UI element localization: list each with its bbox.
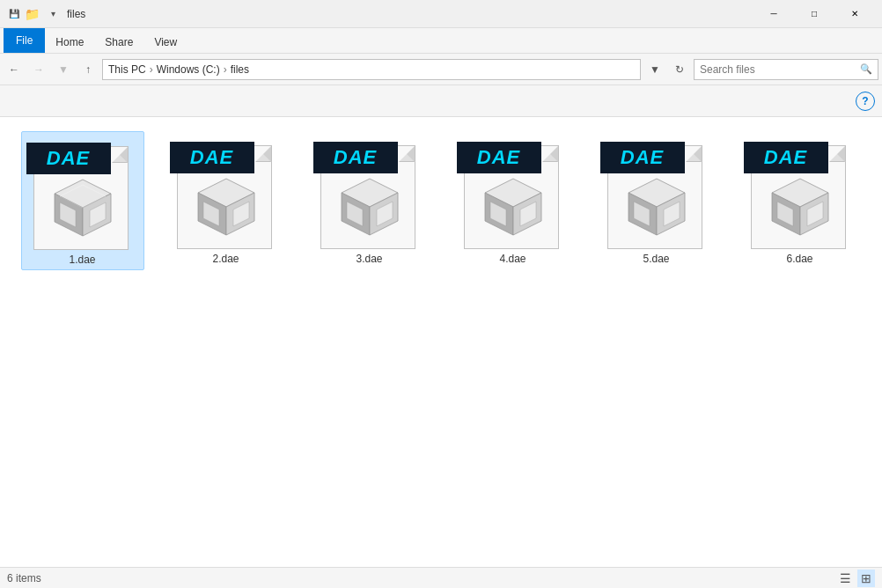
path-segment-files: files: [231, 63, 249, 76]
search-input[interactable]: [700, 63, 856, 76]
folder-icon: 📁: [25, 7, 39, 21]
file-name-3: 3.dae: [356, 253, 382, 265]
page-fold2-1: [112, 147, 128, 163]
dae-text-3: DAE: [334, 146, 377, 169]
page-fold2-5: [686, 146, 702, 162]
dae-icon-1: DAE: [26, 136, 139, 250]
recent-locations-button[interactable]: ▼: [53, 59, 74, 80]
file-item-5[interactable]: DAE 5.dae: [595, 131, 718, 270]
window-title: files: [67, 8, 753, 20]
file-name-4: 4.dae: [499, 253, 526, 265]
refresh-button[interactable]: ↻: [669, 59, 690, 80]
tab-share[interactable]: Share: [94, 32, 143, 53]
help-button[interactable]: ?: [856, 92, 875, 111]
grid-view-button[interactable]: ⊞: [857, 570, 875, 587]
address-path[interactable]: This PC › Windows (C:) › files: [102, 59, 641, 80]
dae-icon-3: DAE: [313, 135, 426, 249]
minimize-button[interactable]: ─: [753, 0, 794, 28]
file-name-1: 1.dae: [69, 254, 95, 266]
forward-button[interactable]: →: [28, 59, 49, 80]
cube-svg-3: [334, 175, 405, 242]
ribbon: File Home Share View: [0, 28, 882, 54]
dae-text-4: DAE: [477, 146, 520, 169]
dae-text-6: DAE: [764, 146, 807, 169]
file-item-1[interactable]: DAE: [21, 131, 144, 270]
address-bar: ← → ▼ ↑ This PC › Windows (C:) › files ▼…: [0, 54, 882, 85]
status-count: 6 items: [7, 572, 41, 584]
dae-text-5: DAE: [621, 146, 664, 169]
cube-svg-4: [478, 175, 548, 242]
search-icon: 🔍: [860, 63, 872, 75]
file-name-6: 6.dae: [786, 253, 812, 265]
dae-icon-5: DAE: [600, 135, 713, 249]
dropdown-arrow-icon: ▾: [46, 7, 60, 21]
page-fold2-6: [829, 146, 845, 162]
dae-text-2: DAE: [190, 146, 233, 169]
view-controls: ☰ ⊞: [836, 570, 875, 587]
file-item-3[interactable]: DAE 3.dae: [308, 131, 431, 270]
ribbon-tabs: File Home Share View: [0, 28, 882, 53]
title-bar: 💾 📁 ▾ files ─ □ ✕: [0, 0, 882, 28]
file-name-2: 2.dae: [212, 253, 239, 265]
dae-label-6: DAE: [744, 142, 828, 173]
file-grid: DAE: [18, 131, 864, 270]
dae-icon-2: DAE: [170, 135, 283, 249]
toolbar-row: ?: [0, 85, 882, 117]
file-name-5: 5.dae: [643, 253, 669, 265]
file-item-4[interactable]: DAE 4.dae: [452, 131, 575, 270]
title-bar-quick-access: 💾 📁 ▾: [7, 7, 60, 21]
main-content: DAE: [0, 117, 882, 567]
cube-svg-1: [48, 176, 118, 243]
dae-label-5: DAE: [600, 142, 685, 173]
tab-view[interactable]: View: [143, 32, 187, 53]
status-bar: 6 items ☰ ⊞: [0, 567, 882, 588]
dae-icon-6: DAE: [744, 135, 856, 249]
path-segment-thispc: This PC: [108, 63, 146, 76]
window-controls: ─ □ ✕: [753, 0, 875, 28]
dae-text-1: DAE: [47, 147, 90, 170]
cube-svg-5: [621, 175, 692, 242]
tab-file[interactable]: File: [4, 28, 45, 53]
up-button[interactable]: ↑: [77, 59, 99, 80]
close-button[interactable]: ✕: [834, 0, 875, 28]
path-segment-windows: Windows (C:): [157, 63, 220, 76]
page-fold2-4: [542, 146, 558, 162]
path-separator-1: ›: [150, 63, 153, 76]
dropdown-path-button[interactable]: ▼: [644, 59, 665, 80]
dae-label-4: DAE: [457, 142, 541, 173]
file-item-2[interactable]: DAE 2.dae: [165, 131, 288, 270]
page-fold2-3: [399, 146, 415, 162]
back-button[interactable]: ←: [4, 59, 25, 80]
dae-label-1: DAE: [26, 143, 111, 174]
dae-label-2: DAE: [170, 142, 254, 173]
tab-home[interactable]: Home: [45, 32, 94, 53]
cube-svg-2: [191, 175, 261, 242]
search-box[interactable]: 🔍: [694, 59, 878, 80]
maximize-button[interactable]: □: [794, 0, 834, 28]
list-view-button[interactable]: ☰: [836, 570, 854, 587]
save-icon: 💾: [7, 7, 21, 21]
dae-label-3: DAE: [313, 142, 398, 173]
dae-icon-4: DAE: [457, 135, 570, 249]
file-item-6[interactable]: DAE 6.dae: [739, 131, 862, 270]
cube-svg-6: [765, 175, 835, 242]
page-fold2-2: [255, 146, 271, 162]
path-separator-2: ›: [224, 63, 227, 76]
